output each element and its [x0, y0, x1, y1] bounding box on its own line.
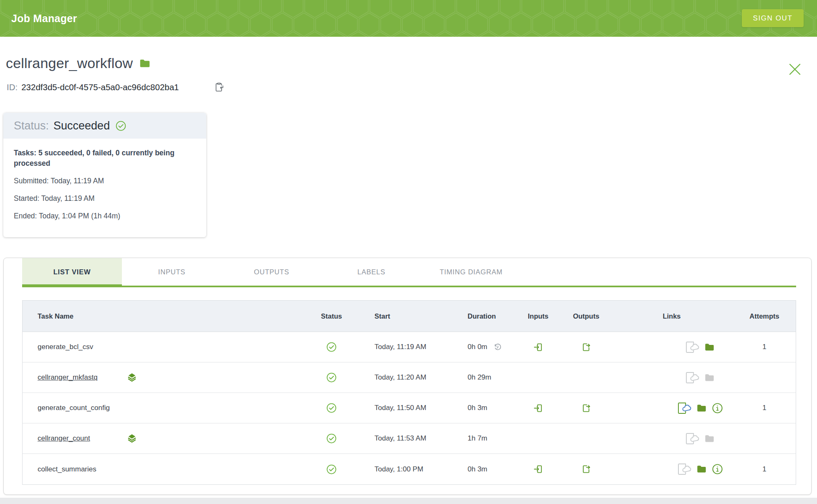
ended-time: Ended: Today, 1:04 PM (1h 44m): [14, 212, 198, 220]
started-time: Started: Today, 11:19 AM: [14, 194, 198, 203]
inputs-icon[interactable]: [533, 463, 544, 475]
workflow-id: 232df3d5-dc0f-4575-a5a0-ac96dc802ba1: [21, 82, 179, 92]
submitted-time: Submitted: Today, 11:19 AM: [14, 177, 198, 185]
status-value: Succeeded: [53, 119, 110, 132]
col-header-status: Status: [311, 312, 352, 320]
close-icon[interactable]: [788, 63, 802, 76]
start-time: Today, 11:19 AM: [352, 343, 457, 351]
folder-icon: [139, 57, 151, 70]
info-icon[interactable]: [711, 463, 723, 475]
task-row: generate_count_configToday, 11:50 AM0h 3…: [23, 393, 796, 423]
cloud-log-icon: [684, 432, 700, 445]
attempts-count: 1: [732, 465, 797, 474]
duration: 0h 3m: [468, 465, 487, 474]
col-header-inputs: Inputs: [515, 312, 561, 320]
task-row: cellranger_mkfastqToday, 11:20 AM0h 29m: [23, 362, 796, 393]
bottom-strip: [0, 498, 817, 504]
status-label: Status:: [14, 119, 49, 132]
tab-labels[interactable]: LABELS: [321, 258, 421, 286]
id-label: ID:: [7, 82, 18, 92]
col-header-task-name: Task Name: [23, 312, 311, 320]
col-header-attempts: Attempts: [732, 312, 797, 320]
tab-outputs[interactable]: OUTPUTS: [222, 258, 321, 286]
task-name: generate_count_config: [38, 404, 110, 412]
scattered-task-icon: [126, 372, 138, 383]
job-manager-page: Job Manager SIGN OUT cellranger_workflow…: [0, 0, 817, 504]
task-row: collect_summariesToday, 1:00 PM0h 3m1: [23, 454, 796, 484]
sign-out-button[interactable]: SIGN OUT: [742, 9, 804, 27]
inputs-icon[interactable]: [533, 342, 544, 353]
col-header-links: Links: [611, 312, 732, 320]
app-title: Job Manager: [11, 0, 77, 37]
execution-directory-icon[interactable]: [696, 403, 707, 414]
start-time: Today, 11:50 AM: [352, 404, 457, 412]
outputs-icon[interactable]: [581, 342, 592, 353]
outputs-icon[interactable]: [581, 463, 592, 475]
cloud-log-icon: [684, 341, 700, 354]
status-card: Status: Succeeded Tasks: 5 succeeded, 0 …: [3, 113, 206, 237]
tab-inputs[interactable]: INPUTS: [122, 258, 222, 286]
cloud-log-icon: [684, 371, 700, 384]
status-succeeded-icon: [326, 463, 337, 475]
execution-directory-icon[interactable]: [704, 342, 715, 353]
duration: 0h 29m: [468, 373, 491, 382]
status-succeeded-icon: [326, 433, 337, 444]
inputs-icon[interactable]: [533, 403, 544, 414]
task-row: generate_bcl_csvToday, 11:19 AM0h 0m1: [23, 332, 796, 362]
status-succeeded-icon: [326, 372, 337, 383]
execution-directory-icon: [704, 372, 715, 383]
duration: 1h 7m: [468, 434, 487, 443]
col-header-duration: Duration: [457, 312, 515, 320]
status-card-header: Status: Succeeded: [3, 113, 206, 139]
execution-directory-icon[interactable]: [696, 463, 707, 475]
table-header-row: Task Name Status Start Duration Inputs O…: [23, 301, 796, 332]
workflow-title-row: cellranger_workflow: [6, 55, 151, 71]
succeeded-check-icon: [115, 120, 127, 132]
workflow-id-row: ID: 232df3d5-dc0f-4575-a5a0-ac96dc802ba1: [7, 82, 224, 92]
active-tab-indicator: [22, 284, 122, 287]
col-header-outputs: Outputs: [561, 312, 611, 320]
attempts-count: 1: [732, 404, 797, 412]
status-succeeded-icon: [326, 341, 337, 353]
cloud-log-icon: [676, 463, 692, 476]
call-cached-history-icon: [493, 342, 503, 352]
copy-id-icon[interactable]: [214, 82, 224, 92]
task-name: collect_summaries: [38, 465, 96, 474]
scattered-task-icon: [126, 433, 138, 444]
attempts-count: 1: [732, 343, 797, 351]
task-row: cellranger_countToday, 11:53 AM1h 7m: [23, 423, 796, 454]
execution-directory-icon: [704, 433, 715, 444]
start-time: Today, 11:53 AM: [352, 434, 457, 443]
tab-underline: [22, 286, 796, 287]
start-time: Today, 1:00 PM: [352, 465, 457, 474]
task-name-link[interactable]: cellranger_count: [38, 434, 90, 443]
duration: 0h 3m: [468, 404, 487, 412]
task-name: generate_bcl_csv: [38, 343, 93, 351]
table-body: generate_bcl_csvToday, 11:19 AM0h 0m1cel…: [23, 332, 796, 484]
hexagon-pattern: [0, 0, 817, 37]
tab-list-view[interactable]: LIST VIEW: [22, 258, 122, 286]
tab-timing-diagram[interactable]: TIMING DIAGRAM: [421, 258, 521, 286]
task-name-link[interactable]: cellranger_mkfastq: [38, 373, 98, 382]
tab-bar: LIST VIEW INPUTS OUTPUTS LABELS TIMING D…: [4, 258, 811, 287]
app-bar: Job Manager SIGN OUT: [0, 0, 817, 37]
start-time: Today, 11:20 AM: [352, 373, 457, 382]
task-table: Task Name Status Start Duration Inputs O…: [22, 300, 796, 485]
workflow-title: cellranger_workflow: [6, 55, 133, 71]
cloud-log-icon[interactable]: [676, 402, 692, 415]
col-header-start: Start: [352, 312, 457, 320]
tasks-summary: Tasks: 5 succeeded, 0 failed, 0 currentl…: [14, 148, 191, 169]
duration: 0h 0m: [468, 343, 487, 351]
details-card: LIST VIEW INPUTS OUTPUTS LABELS TIMING D…: [3, 258, 812, 495]
outputs-icon[interactable]: [581, 403, 592, 414]
status-card-body: Tasks: 5 succeeded, 0 failed, 0 currentl…: [3, 139, 206, 220]
status-succeeded-icon: [326, 402, 337, 414]
info-icon[interactable]: [711, 402, 723, 414]
